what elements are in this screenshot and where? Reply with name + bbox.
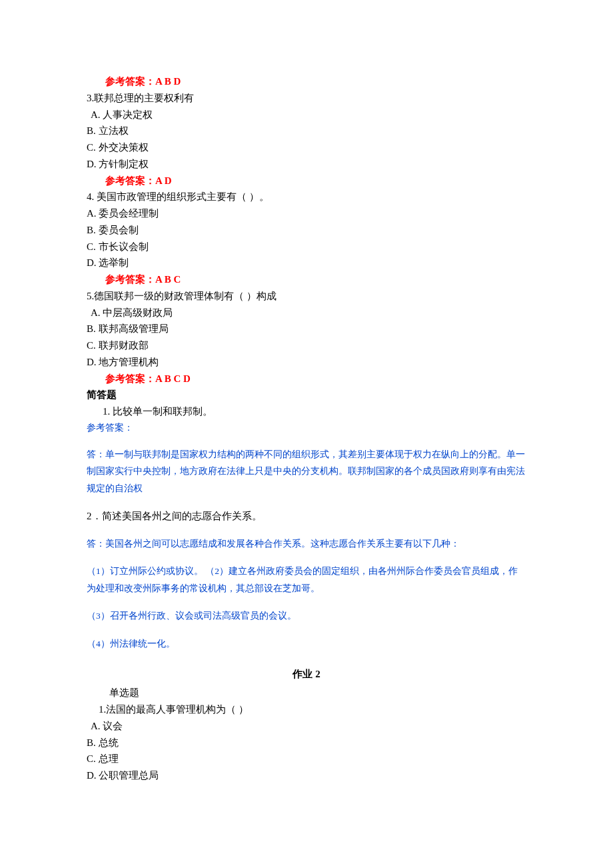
q3-option-b: B. 立法权 (87, 123, 526, 139)
sa-q2-text: 2．简述美国各州之间的志愿合作关系。 (87, 508, 526, 525)
hw2-q1-text: 1.法国的最高人事管理机构为（ ） (87, 701, 526, 718)
q4-option-c: C. 市长议会制 (87, 239, 526, 255)
sa-q1-label: 参考答案： (87, 420, 526, 435)
q5-option-c: C. 联邦财政部 (87, 337, 526, 354)
sa-q2-answer4: （4）州法律统一化。 (87, 635, 526, 653)
hw2-section: 单选题 (87, 685, 526, 701)
hw2-q1-option-b: B. 总统 (87, 735, 526, 751)
spacer (87, 497, 526, 508)
q2-answer: 参考答案：A B D (87, 73, 526, 90)
q4-option-a: A. 委员会经理制 (87, 205, 526, 222)
short-answer-heading: 简答题 (87, 387, 526, 403)
q3-text: 3.联邦总理的主要权利有 (87, 90, 526, 107)
hw2-q1-option-c: C. 总理 (87, 751, 526, 767)
q5-text: 5.德国联邦一级的财政管理体制有（ ）构成 (87, 288, 526, 305)
q3-option-a: A. 人事决定权 (87, 107, 526, 123)
q4-answer: 参考答案：A B C (87, 271, 526, 288)
q4-text: 4. 美国市政管理的组织形式主要有（ ）。 (87, 189, 526, 205)
q3-answer: 参考答案：A D (87, 173, 526, 189)
sa-q2-answer2: （1）订立州际公约或协议。 （2）建立各州政府委员会的固定组织，由各州州际合作委… (87, 563, 526, 597)
hw2-q1-option-a: A. 议会 (87, 718, 526, 735)
q4-option-b: B. 委员会制 (87, 222, 526, 239)
spacer (87, 525, 526, 535)
q4-option-d: D. 选举制 (87, 255, 526, 271)
q5-answer: 参考答案：A B C D (87, 371, 526, 387)
sa-q2-answer1: 答：美国各州之间可以志愿结成和发展各种合作关系。这种志愿合作关系主要有以下几种： (87, 535, 526, 553)
sa-q1-text: 1. 比较单一制和联邦制。 (87, 403, 526, 420)
sa-q2-answer3: （3）召开各州行政、议会或司法高级官员的会议。 (87, 607, 526, 625)
q3-option-d: D. 方针制定权 (87, 156, 526, 173)
q5-option-a: A. 中层高级财政局 (87, 305, 526, 321)
sa-q1-answer: 答：单一制与联邦制是国家权力结构的两种不同的组织形式，其差别主要体现于权力在纵向… (87, 446, 526, 497)
homework2-title: 作业 2 (87, 653, 526, 685)
q5-option-d: D. 地方管理机构 (87, 354, 526, 371)
hw2-q1-option-d: D. 公职管理总局 (87, 767, 526, 784)
spacer (87, 625, 526, 635)
q5-option-b: B. 联邦高级管理局 (87, 321, 526, 337)
spacer (87, 597, 526, 607)
spacer (87, 435, 526, 446)
spacer (87, 552, 526, 563)
q3-option-c: C. 外交决策权 (87, 139, 526, 156)
